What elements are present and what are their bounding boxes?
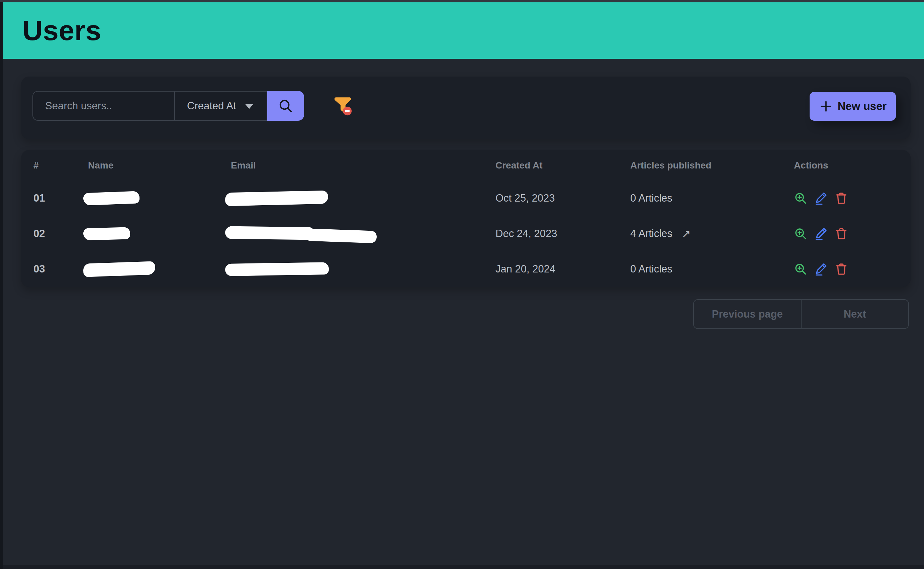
row-articles-count: 4 Articles xyxy=(630,228,672,240)
edit-pencil-icon xyxy=(814,262,828,276)
search-input[interactable] xyxy=(32,91,174,121)
search-group: Created At xyxy=(32,91,304,121)
users-page: Users Created At xyxy=(0,0,924,569)
view-user-button[interactable] xyxy=(794,192,807,205)
new-user-button[interactable]: New user xyxy=(810,92,896,121)
row-created-at: Dec 24, 2023 xyxy=(496,228,557,240)
row-actions xyxy=(794,227,848,240)
next-page-button[interactable]: Next xyxy=(802,300,909,328)
window-top-strip xyxy=(0,0,924,2)
column-header-index: # xyxy=(34,160,39,171)
table-body: 01 Oct 25, 2023 0 Articles xyxy=(21,181,910,287)
row-articles-count: 0 Articles xyxy=(630,263,672,275)
users-table: # Name Email Created At Articles publish… xyxy=(21,150,910,287)
window-bottom-strip xyxy=(3,565,924,569)
trash-icon xyxy=(835,262,848,276)
row-articles: 0 Articles xyxy=(630,192,672,204)
page-header: Users xyxy=(3,2,924,59)
page-title: Users xyxy=(23,14,101,47)
zoom-in-icon xyxy=(794,262,807,276)
new-user-button-label: New user xyxy=(838,100,887,113)
view-user-button[interactable] xyxy=(794,262,807,276)
redacted-email xyxy=(225,227,376,241)
row-index: 01 xyxy=(34,192,45,204)
redacted-email xyxy=(225,190,328,206)
column-header-actions: Actions xyxy=(794,160,828,171)
sort-field-value: Created At xyxy=(175,100,236,112)
view-user-button[interactable] xyxy=(794,227,807,240)
toolbar-panel: Created At xyxy=(21,76,910,139)
column-header-articles: Articles published xyxy=(630,160,712,171)
row-created-at: Jan 20, 2024 xyxy=(496,263,555,275)
row-articles: 4 Articles ↗ xyxy=(630,227,691,240)
row-index: 02 xyxy=(34,228,45,240)
row-articles-count: 0 Articles xyxy=(630,192,672,204)
zoom-in-icon xyxy=(794,192,807,205)
column-header-name: Name xyxy=(88,160,113,171)
search-icon xyxy=(278,98,294,114)
delete-user-button[interactable] xyxy=(835,262,848,276)
trash-icon xyxy=(835,227,848,240)
external-link-arrow-icon[interactable]: ↗ xyxy=(682,227,691,240)
minus-badge-icon xyxy=(343,106,352,115)
edit-user-button[interactable] xyxy=(814,192,828,205)
chevron-down-icon xyxy=(245,104,253,109)
redacted-name xyxy=(83,261,155,277)
table-row: 01 Oct 25, 2023 0 Articles xyxy=(21,181,910,216)
trash-icon xyxy=(835,192,848,205)
pagination: Previous page Next xyxy=(693,299,909,329)
clear-filter-icon[interactable] xyxy=(332,96,353,117)
redacted-name xyxy=(83,227,131,240)
delete-user-button[interactable] xyxy=(835,192,848,205)
column-header-created-at: Created At xyxy=(496,160,543,171)
search-button[interactable] xyxy=(267,91,304,121)
edit-user-button[interactable] xyxy=(814,227,828,240)
edit-user-button[interactable] xyxy=(814,262,828,276)
plus-icon xyxy=(819,99,833,113)
row-created-at: Oct 25, 2023 xyxy=(496,192,555,204)
row-articles: 0 Articles xyxy=(630,263,672,275)
row-index: 03 xyxy=(34,263,45,275)
delete-user-button[interactable] xyxy=(835,227,848,240)
funnel-icon xyxy=(332,96,353,117)
table-header-row: # Name Email Created At Articles publish… xyxy=(21,150,910,181)
row-actions xyxy=(794,262,848,276)
table-row: 03 Jan 20, 2024 0 Articles xyxy=(21,251,910,287)
zoom-in-icon xyxy=(794,227,807,240)
column-header-email: Email xyxy=(231,160,256,171)
row-actions xyxy=(794,192,848,205)
previous-page-button[interactable]: Previous page xyxy=(694,300,802,328)
redacted-name xyxy=(83,191,139,205)
sort-field-select[interactable]: Created At xyxy=(174,91,267,121)
window-left-strip xyxy=(0,2,3,569)
edit-pencil-icon xyxy=(814,192,828,205)
table-row: 02 Dec 24, 2023 4 Articles ↗ xyxy=(21,216,910,251)
redacted-email xyxy=(225,262,329,276)
edit-pencil-icon xyxy=(814,227,828,240)
